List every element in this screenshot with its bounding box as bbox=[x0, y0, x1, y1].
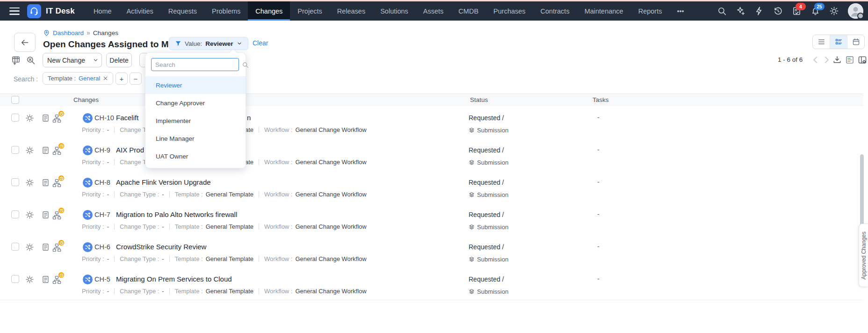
nav-item-purchases[interactable]: Purchases bbox=[486, 1, 533, 21]
row-workflow-icon[interactable] bbox=[52, 243, 62, 253]
change-title-link[interactable]: Facelift bbox=[116, 114, 138, 122]
row-notes-icon[interactable] bbox=[41, 146, 50, 155]
change-title-link[interactable]: Apache Flink Version Upgrade bbox=[116, 178, 211, 186]
row-settings-gear-icon[interactable] bbox=[25, 275, 34, 284]
template-value: General Template bbox=[206, 223, 253, 230]
workflow-value: General Change Workflow bbox=[295, 288, 366, 295]
quick-add-icon[interactable] bbox=[736, 6, 745, 16]
prev-page-icon[interactable] bbox=[811, 55, 820, 65]
row-checkbox[interactable] bbox=[11, 243, 19, 251]
new-change-button[interactable]: New Change bbox=[43, 53, 90, 67]
search-icon[interactable] bbox=[717, 6, 727, 16]
priority-value: - bbox=[107, 159, 109, 166]
nav-item-releases[interactable]: Releases bbox=[330, 1, 373, 21]
row-notes-icon[interactable] bbox=[41, 178, 50, 187]
select-all-checkbox[interactable] bbox=[11, 96, 19, 104]
row-settings-gear-icon[interactable] bbox=[25, 114, 34, 123]
column-header-status[interactable]: Status bbox=[470, 96, 488, 103]
row-notes-icon[interactable] bbox=[41, 275, 50, 284]
column-header-changes[interactable]: Changes bbox=[73, 96, 99, 103]
calendar-view-button[interactable] bbox=[847, 35, 864, 49]
delete-button[interactable]: Delete bbox=[106, 53, 132, 67]
history-icon[interactable] bbox=[773, 6, 783, 16]
nav-item-assets[interactable]: Assets bbox=[416, 1, 451, 21]
filter-value-chip[interactable]: Value: Reviewer bbox=[169, 37, 248, 50]
change-id[interactable]: CH-10 bbox=[94, 114, 114, 122]
row-checkbox[interactable] bbox=[11, 178, 19, 186]
change-title-link[interactable]: CrowdStrike Security Review bbox=[116, 243, 206, 251]
nav-item-reports[interactable]: Reports bbox=[631, 1, 670, 21]
row-notes-icon[interactable] bbox=[41, 210, 50, 219]
user-avatar[interactable] bbox=[848, 3, 863, 19]
change-title-tail[interactable]: n bbox=[247, 114, 251, 122]
notifications-bell-icon[interactable]: 25 bbox=[810, 6, 820, 16]
row-workflow-icon[interactable] bbox=[52, 146, 62, 156]
nav-item-cmdb[interactable]: CMDB bbox=[451, 1, 486, 21]
nav-item-problems[interactable]: Problems bbox=[204, 1, 248, 21]
clear-zoom-icon[interactable] bbox=[26, 55, 36, 65]
change-title-link[interactable]: Migrating On Prem Services to Cloud bbox=[116, 275, 232, 283]
change-id[interactable]: CH-6 bbox=[94, 243, 110, 251]
change-title-link[interactable]: Migration to Palo Alto Networks firewall bbox=[116, 210, 237, 218]
add-criteria-button[interactable]: + bbox=[116, 72, 128, 85]
row-settings-gear-icon[interactable] bbox=[25, 210, 34, 219]
breadcrumb-dashboard-link[interactable]: Dashboard bbox=[53, 29, 84, 36]
dropdown-search-input[interactable] bbox=[152, 61, 242, 68]
nav-item-requests[interactable]: Requests bbox=[161, 1, 204, 21]
nav-item-projects[interactable]: Projects bbox=[290, 1, 329, 21]
option-reviewer[interactable]: Reviewer bbox=[145, 76, 246, 94]
column-settings-icon[interactable] bbox=[858, 55, 867, 65]
nav-item-solutions[interactable]: Solutions bbox=[373, 1, 416, 21]
nav-item-maintenance[interactable]: Maintenance bbox=[577, 1, 631, 21]
option-line-manager[interactable]: Line Manager bbox=[145, 130, 246, 147]
settings-gear-icon[interactable] bbox=[829, 6, 839, 16]
column-header-tasks[interactable]: Tasks bbox=[593, 96, 609, 103]
change-summary-icon[interactable] bbox=[845, 55, 854, 65]
option-change-approver[interactable]: Change Approver bbox=[145, 94, 246, 112]
change-id[interactable]: CH-8 bbox=[94, 179, 110, 186]
nav-item-home[interactable]: Home bbox=[86, 1, 119, 21]
detail-view-button[interactable] bbox=[830, 35, 847, 49]
row-checkbox[interactable] bbox=[11, 114, 19, 122]
change-id[interactable]: CH-9 bbox=[94, 146, 110, 154]
next-page-icon[interactable] bbox=[822, 55, 831, 65]
remove-chip-icon[interactable] bbox=[103, 76, 108, 81]
app-logo[interactable] bbox=[27, 4, 41, 18]
nav-item-changes[interactable]: Changes bbox=[248, 1, 290, 21]
row-notes-icon[interactable] bbox=[41, 243, 50, 252]
row-notes-icon[interactable] bbox=[41, 114, 50, 123]
add-column-icon[interactable] bbox=[11, 55, 21, 65]
clear-filter-link[interactable]: Clear bbox=[253, 39, 268, 47]
change-id[interactable]: CH-7 bbox=[94, 211, 110, 218]
option-implementer[interactable]: Implementer bbox=[145, 112, 246, 130]
hamburger-menu-icon[interactable] bbox=[9, 7, 20, 15]
download-icon[interactable] bbox=[832, 55, 842, 65]
row-workflow-icon[interactable] bbox=[52, 275, 62, 285]
nav-item-more[interactable]: ••• bbox=[669, 1, 691, 21]
change-id[interactable]: CH-5 bbox=[94, 275, 110, 283]
row-workflow-icon[interactable] bbox=[52, 114, 62, 123]
approvals-icon[interactable]: 4 bbox=[792, 6, 802, 16]
list-view-button[interactable] bbox=[813, 35, 830, 49]
row-workflow-icon[interactable] bbox=[52, 210, 62, 220]
nav-item-contracts[interactable]: Contracts bbox=[533, 1, 577, 21]
new-change-caret-button[interactable] bbox=[89, 53, 102, 67]
back-button[interactable] bbox=[14, 33, 36, 52]
quick-actions-bolt-icon[interactable] bbox=[754, 6, 764, 16]
priority-value: - bbox=[107, 255, 109, 262]
row-checkbox[interactable] bbox=[11, 210, 19, 218]
row-workflow-icon[interactable] bbox=[52, 178, 62, 188]
option-uat-owner[interactable]: UAT Owner bbox=[145, 147, 246, 165]
priority-label: Priority : bbox=[82, 191, 104, 198]
remove-criteria-button[interactable]: − bbox=[130, 72, 142, 85]
row-settings-gear-icon[interactable] bbox=[25, 178, 34, 187]
row-settings-gear-icon[interactable] bbox=[25, 146, 34, 155]
breadcrumb: Dashboard » Changes bbox=[43, 29, 118, 37]
chip-value-link[interactable]: General bbox=[79, 75, 100, 82]
row-checkbox[interactable] bbox=[11, 275, 19, 283]
approved-changes-side-tab[interactable]: Approved Changes bbox=[859, 224, 868, 287]
row-settings-gear-icon[interactable] bbox=[25, 243, 34, 252]
change-title-link[interactable]: AIX Prod bbox=[116, 146, 144, 154]
nav-item-activities[interactable]: Activities bbox=[119, 1, 161, 21]
row-checkbox[interactable] bbox=[11, 146, 19, 154]
